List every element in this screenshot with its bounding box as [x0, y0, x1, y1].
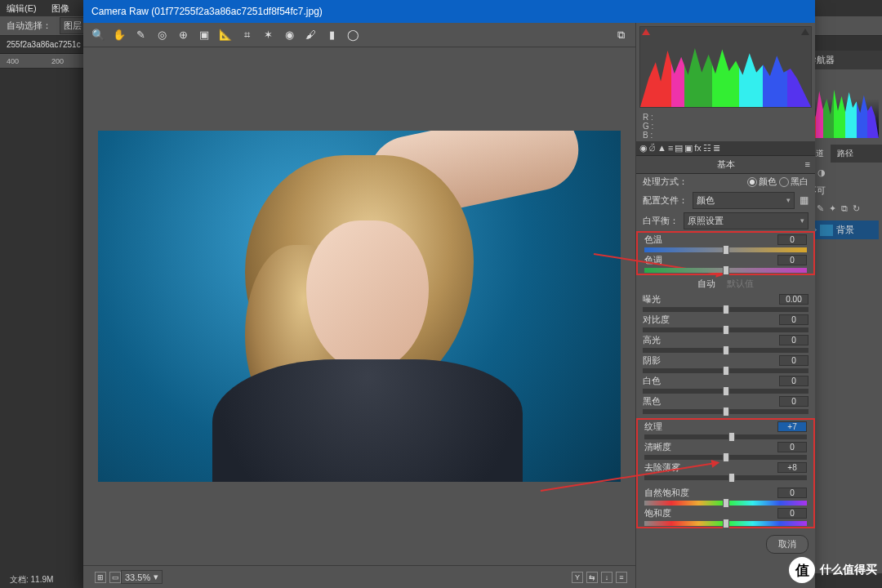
brush-icon: ✎: [817, 203, 824, 214]
tab-basic-icon[interactable]: ◉: [639, 143, 648, 154]
profile-row: 配置文件： 颜色 ▦: [636, 190, 815, 211]
tab-split-icon[interactable]: ▤: [675, 143, 683, 154]
layer-background[interactable]: 👁 背景: [804, 220, 879, 239]
ruler-tick: 200: [51, 57, 64, 65]
wand-icon: ✦: [829, 203, 836, 214]
slider-temp[interactable]: 色温0: [638, 233, 813, 253]
zoom-level[interactable]: 33.5%▾: [121, 570, 163, 584]
profile-browser-icon[interactable]: ▦: [800, 194, 808, 206]
wb-row: 白平衡： 原照设置: [636, 211, 815, 231]
grad-filter-icon[interactable]: ▮: [325, 29, 338, 42]
transform-icon[interactable]: ⌗: [240, 29, 253, 42]
tab-preset-icon[interactable]: ≣: [713, 143, 720, 154]
tab-fx-icon[interactable]: fx: [694, 143, 702, 154]
basic-panel-title: 基本≡: [636, 155, 815, 174]
slider-saturation[interactable]: 饱和度0: [638, 506, 813, 527]
tab-hsl-icon[interactable]: ≡: [668, 143, 673, 154]
shadow-clip-icon[interactable]: [642, 29, 650, 35]
adjust-panel: R :G :B : ◉ ⦳ ▲ ≡ ▤ ▣ fx ☷ ≣ 基本≡ 处理方式： 颜…: [635, 23, 815, 588]
rotate-icon: ↻: [853, 203, 860, 214]
color-sampler-icon[interactable]: ◎: [155, 29, 168, 42]
target-adjust-icon[interactable]: ⊕: [176, 29, 189, 42]
panel-menu-icon[interactable]: ≡: [805, 159, 810, 169]
hand-tool-icon[interactable]: ✋: [113, 29, 126, 42]
dialog-buttons: 取消: [636, 528, 815, 560]
slider-whites[interactable]: 白色0: [636, 374, 815, 394]
preview-footer: ⊞ ▭ 33.5%▾ Y ⇆ ↓ ≡: [83, 565, 635, 588]
single-view-icon[interactable]: ▭: [109, 572, 121, 583]
preview-toggle-icon[interactable]: ⧉: [614, 29, 627, 42]
radial-filter-icon[interactable]: ◯: [346, 29, 359, 42]
cancel-button[interactable]: 取消: [766, 535, 808, 554]
crop-icon: ⧉: [841, 203, 848, 214]
redeye-icon[interactable]: ◉: [283, 29, 296, 42]
copy-settings-icon[interactable]: ↓: [601, 572, 612, 583]
brush-icon[interactable]: 🖌: [304, 29, 317, 42]
slider-contrast[interactable]: 对比度0: [636, 313, 815, 333]
doc-size: 文档: 11.9M: [10, 574, 53, 586]
slider-highlights[interactable]: 高光0: [636, 333, 815, 354]
default-link[interactable]: 默认值: [727, 278, 754, 290]
highlight-box-presence: 纹理+7 清晰度0 去除薄雾+8 自然饱和度0 饱和度0: [636, 418, 815, 528]
layer-thumb: [820, 225, 833, 236]
wb-dropdown[interactable]: 原照设置: [684, 212, 808, 229]
straighten-icon[interactable]: 📐: [219, 29, 232, 42]
spot-removal-icon[interactable]: ✶: [261, 29, 274, 42]
window-title: Camera Raw (01f77255f2a3a86ac7251df8f54f…: [83, 0, 815, 23]
ruler-tick: 400: [7, 57, 19, 65]
menu-image[interactable]: 图像: [51, 2, 69, 15]
fit-icon[interactable]: ⊞: [95, 572, 106, 583]
prefs-icon[interactable]: ≡: [616, 572, 627, 583]
auto-select-label: 自动选择：: [7, 20, 51, 32]
toolbar: 🔍 ✋ ✎ ◎ ⊕ ▣ 📐 ⌗ ✶ ◉ 🖌 ▮ ◯ ⧉: [83, 23, 635, 47]
menu-edit[interactable]: 编辑(E): [7, 2, 37, 15]
crop-tool-icon[interactable]: ▣: [198, 29, 211, 42]
tab-calib-icon[interactable]: ☷: [703, 143, 711, 154]
slider-shadows[interactable]: 阴影0: [636, 354, 815, 374]
camera-raw-window: Camera Raw (01f77255f2a3a86ac7251df8f54f…: [83, 0, 815, 588]
tab-lens-icon[interactable]: ▣: [684, 143, 693, 154]
preview-panel: 🔍 ✋ ✎ ◎ ⊕ ▣ 📐 ⌗ ✶ ◉ 🖌 ▮ ◯ ⧉: [83, 23, 635, 588]
tab-detail-icon[interactable]: ▲: [657, 143, 666, 154]
rgb-readout: R :G :B :: [636, 111, 815, 141]
slider-vibrance[interactable]: 自然饱和度0: [638, 486, 813, 506]
image-preview[interactable]: [98, 131, 621, 482]
treatment-row: 处理方式： 颜色 黑白: [636, 174, 815, 190]
highlight-clip-icon[interactable]: [801, 29, 809, 35]
zoom-tool-icon[interactable]: 🔍: [91, 29, 105, 42]
histogram[interactable]: [639, 26, 812, 108]
slider-texture[interactable]: 纹理+7: [638, 420, 813, 440]
auto-link[interactable]: 自动: [697, 278, 715, 290]
slider-clarity[interactable]: 清晰度0: [638, 440, 813, 461]
navigator-histogram: [804, 73, 879, 138]
highlight-box-wb: 色温0 色调0: [636, 231, 815, 275]
layer-label: 背景: [836, 224, 854, 236]
watermark: 值 什么值得买: [789, 557, 877, 583]
profile-dropdown[interactable]: 颜色: [693, 192, 795, 209]
treatment-bw[interactable]: 黑白: [779, 176, 808, 188]
panel-tabs: ◉ ⦳ ▲ ≡ ▤ ▣ fx ☷ ≣: [636, 141, 815, 155]
treatment-color[interactable]: 颜色: [747, 176, 777, 188]
slider-blacks[interactable]: 黑色0: [636, 394, 815, 415]
slider-tint[interactable]: 色调0: [638, 253, 813, 274]
auto-default-row: 自动 默认值: [636, 275, 815, 292]
watermark-logo: 值: [789, 557, 815, 583]
slider-exposure[interactable]: 曝光0.00: [636, 292, 815, 313]
mask-icon: ◑: [817, 167, 826, 178]
wb-tool-icon[interactable]: ✎: [134, 29, 147, 42]
swap-icon[interactable]: ⇆: [586, 572, 598, 583]
before-after-icon[interactable]: Y: [572, 572, 583, 583]
tab-curve-icon[interactable]: ⦳: [649, 143, 656, 154]
tab-paths[interactable]: 路径: [831, 145, 860, 163]
